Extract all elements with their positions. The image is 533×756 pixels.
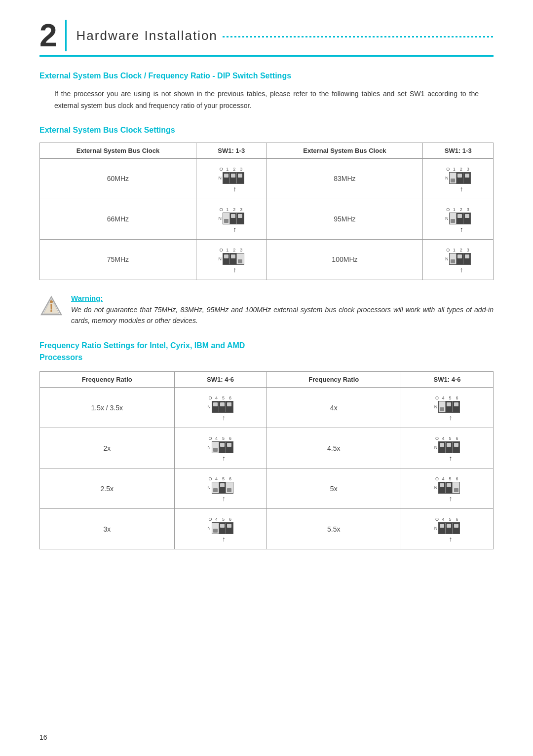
page-footer: 16 [39, 733, 47, 741]
freq-dip1: O456N↑ [174, 468, 266, 509]
clock-dip1: O123N↑ [196, 158, 266, 199]
svg-text:!: ! [49, 302, 53, 314]
warning-icon: ! [39, 295, 63, 319]
page-title: Hardware Installation [76, 28, 218, 43]
warning-title: Warning: [71, 294, 494, 302]
table-row: 2.5xO456N↑5xO456N↑ [40, 468, 494, 509]
clock-col3-header: External System Bus Clock [266, 143, 423, 158]
clock-col2-header: SW1: 1-3 [196, 143, 266, 158]
clock-freq2: 83MHz [266, 158, 423, 199]
svg-point-3 [50, 300, 53, 303]
page-number: 2 [39, 20, 67, 51]
clock-dip2: O123N↑ [423, 158, 494, 199]
freq-ratio2: 4x [266, 388, 401, 428]
freq-dip2: O456N↑ [401, 509, 494, 549]
clock-table: External System Bus Clock SW1: 1-3 Exter… [39, 143, 494, 280]
freq-ratio1: 3x [40, 509, 175, 549]
table-row: 3xO456N↑5.5xO456N↑ [40, 509, 494, 549]
warning-text: We do not guarantee that 75MHz, 83MHz, 9… [71, 304, 494, 326]
header-dots [223, 36, 494, 37]
warning-content: Warning: We do not guarantee that 75MHz,… [71, 294, 494, 326]
clock-freq1: 60MHz [40, 158, 196, 199]
clock-freq1: 75MHz [40, 239, 196, 280]
freq-ratio2: 4.5x [266, 428, 401, 468]
freq-ratio1: 2.5x [40, 468, 175, 509]
table-row: 66MHzO123N↑95MHzO123N↑ [40, 199, 494, 239]
clock-freq2: 95MHz [266, 199, 423, 239]
freq-ratio1: 2x [40, 428, 175, 468]
table-row: 60MHzO123N↑83MHzO123N↑ [40, 158, 494, 199]
clock-dip1: O123N↑ [196, 239, 266, 280]
freq-col3-header: Frequency Ratio [266, 372, 401, 388]
freq-dip1: O456N↑ [174, 428, 266, 468]
table-row: 1.5x / 3.5xO456N↑4xO456N↑ [40, 388, 494, 428]
clock-col4-header: SW1: 1-3 [423, 143, 494, 158]
freq-col2-header: SW1: 4-6 [174, 372, 266, 388]
table-row: 75MHzO123N↑100MHzO123N↑ [40, 239, 494, 280]
clock-col1-header: External System Bus Clock [40, 143, 196, 158]
freq-col4-header: SW1: 4-6 [401, 372, 494, 388]
warning-box: ! Warning: We do not guarantee that 75MH… [39, 294, 494, 326]
clock-dip2: O123N↑ [423, 239, 494, 280]
clock-dip1: O123N↑ [196, 199, 266, 239]
clock-section-title: External System Bus Clock Settings [39, 126, 494, 135]
freq-col1-header: Frequency Ratio [40, 372, 175, 388]
freq-table: Frequency Ratio SW1: 4-6 Frequency Ratio… [39, 371, 494, 549]
clock-freq1: 66MHz [40, 199, 196, 239]
intro-text: If the processor you are using is not sh… [54, 88, 479, 112]
freq-ratio2: 5x [266, 468, 401, 509]
table-row: 2xO456N↑4.5xO456N↑ [40, 428, 494, 468]
freq-section-title: Frequency Ratio Settings for Intel, Cyri… [39, 340, 494, 363]
clock-dip2: O123N↑ [423, 199, 494, 239]
clock-freq2: 100MHz [266, 239, 423, 280]
freq-dip2: O456N↑ [401, 388, 494, 428]
freq-dip1: O456N↑ [174, 509, 266, 549]
freq-ratio2: 5.5x [266, 509, 401, 549]
freq-ratio1: 1.5x / 3.5x [40, 388, 175, 428]
main-section-title: External System Bus Clock / Frequency Ra… [39, 72, 494, 80]
page-header: 2 Hardware Installation [39, 20, 494, 57]
freq-dip2: O456N↑ [401, 428, 494, 468]
freq-dip2: O456N↑ [401, 468, 494, 509]
freq-dip1: O456N↑ [174, 388, 266, 428]
